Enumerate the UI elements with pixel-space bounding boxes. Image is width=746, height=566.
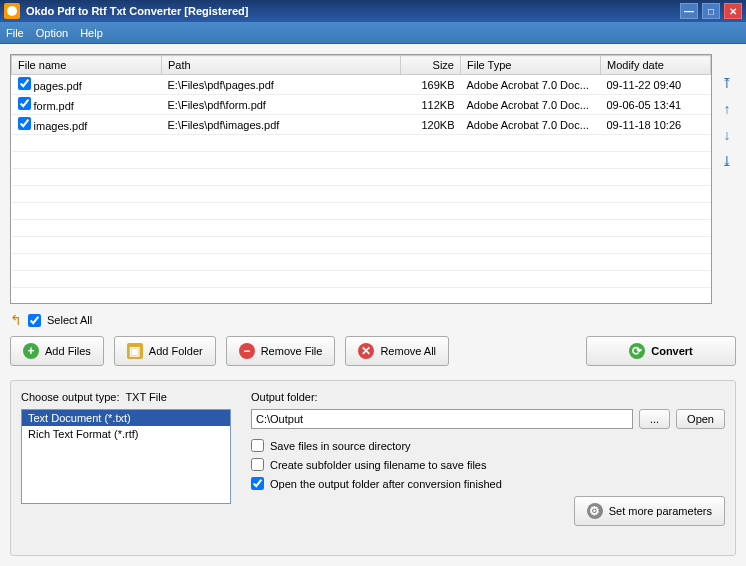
col-path[interactable]: Path	[162, 56, 401, 75]
menu-file[interactable]: File	[6, 27, 24, 39]
output-type-list[interactable]: Text Document (*.txt) Rich Text Format (…	[21, 409, 231, 504]
move-down-icon[interactable]: ↓	[718, 126, 736, 144]
convert-button[interactable]: ⟳Convert	[586, 336, 736, 366]
remove-all-button[interactable]: ✕Remove All	[345, 336, 449, 366]
app-logo-icon	[4, 3, 20, 19]
open-folder-button[interactable]: Open	[676, 409, 725, 429]
create-subfolder-option[interactable]: Create subfolder using filename to save …	[251, 458, 725, 471]
convert-icon: ⟳	[629, 343, 645, 359]
remove-file-button[interactable]: −Remove File	[226, 336, 336, 366]
col-size[interactable]: Size	[401, 56, 461, 75]
maximize-button[interactable]: □	[702, 3, 720, 19]
save-source-option[interactable]: Save files in source directory	[251, 439, 725, 452]
col-modifydate[interactable]: Modify date	[601, 56, 711, 75]
minimize-button[interactable]: —	[680, 3, 698, 19]
file-list-table[interactable]: File name Path Size File Type Modify dat…	[10, 54, 712, 304]
add-folder-button[interactable]: ▣Add Folder	[114, 336, 216, 366]
move-bottom-icon[interactable]: ⤓	[718, 152, 736, 170]
output-folder-label: Output folder:	[251, 391, 725, 403]
menu-option[interactable]: Option	[36, 27, 68, 39]
output-type-label: Choose output type: TXT File	[21, 391, 231, 403]
col-filetype[interactable]: File Type	[461, 56, 601, 75]
add-files-button[interactable]: +Add Files	[10, 336, 104, 366]
row-checkbox[interactable]	[18, 97, 31, 110]
row-checkbox[interactable]	[18, 117, 31, 130]
minus-icon: −	[239, 343, 255, 359]
table-row[interactable]: pages.pdfE:\Files\pdf\pages.pdf169KBAdob…	[12, 75, 711, 95]
type-rtf[interactable]: Rich Text Format (*.rtf)	[22, 426, 230, 442]
col-filename[interactable]: File name	[12, 56, 162, 75]
close-button[interactable]: ✕	[724, 3, 742, 19]
move-top-icon[interactable]: ⤒	[718, 74, 736, 92]
reorder-buttons: ⤒ ↑ ↓ ⤓	[718, 54, 736, 304]
move-up-icon[interactable]: ↑	[718, 100, 736, 118]
set-more-parameters-button[interactable]: ⚙Set more parameters	[574, 496, 725, 526]
window-title: Okdo Pdf to Rtf Txt Converter [Registere…	[26, 5, 680, 17]
row-checkbox[interactable]	[18, 77, 31, 90]
gear-icon: ⚙	[587, 503, 603, 519]
folder-icon: ▣	[127, 343, 143, 359]
menu-bar: File Option Help	[0, 22, 746, 44]
up-folder-icon[interactable]: ↰	[10, 312, 22, 328]
plus-icon: +	[23, 343, 39, 359]
output-folder-input[interactable]	[251, 409, 633, 429]
table-row[interactable]: form.pdfE:\Files\pdf\form.pdf112KBAdobe …	[12, 95, 711, 115]
menu-help[interactable]: Help	[80, 27, 103, 39]
x-icon: ✕	[358, 343, 374, 359]
title-bar: Okdo Pdf to Rtf Txt Converter [Registere…	[0, 0, 746, 22]
select-all-checkbox[interactable]	[28, 314, 41, 327]
table-row[interactable]: images.pdfE:\Files\pdf\images.pdf120KBAd…	[12, 115, 711, 135]
type-txt[interactable]: Text Document (*.txt)	[22, 410, 230, 426]
select-all-label: Select All	[47, 314, 92, 326]
browse-button[interactable]: ...	[639, 409, 670, 429]
open-after-option[interactable]: Open the output folder after conversion …	[251, 477, 725, 490]
